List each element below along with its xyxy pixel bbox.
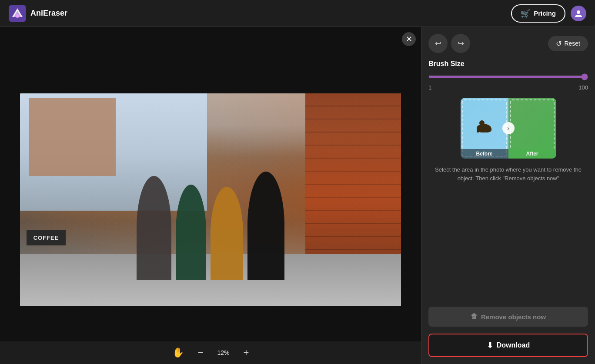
svg-point-4 bbox=[577, 10, 580, 14]
remove-icon: 🗑 bbox=[471, 313, 478, 321]
people-group bbox=[137, 172, 284, 280]
brush-section: Brush Size 1 100 bbox=[428, 60, 588, 91]
brush-min-label: 1 bbox=[428, 84, 431, 91]
reset-label: Reset bbox=[564, 40, 580, 47]
bird-container bbox=[478, 124, 491, 132]
undo-icon: ↩ bbox=[435, 39, 441, 48]
preview-arrow: › bbox=[502, 122, 515, 134]
preview-labels: Before After bbox=[461, 149, 556, 159]
slider-wrapper bbox=[428, 72, 588, 80]
reset-icon: ↺ bbox=[556, 40, 562, 48]
spacer bbox=[428, 189, 588, 300]
redo-icon: ↪ bbox=[458, 39, 464, 48]
right-panel: ↩ ↪ ↺ Reset Brush Size 1 100 bbox=[421, 27, 595, 364]
redo-button[interactable]: ↪ bbox=[451, 34, 470, 53]
main-content: ✕ COFFEE bbox=[0, 27, 595, 364]
hand-icon: ✋ bbox=[172, 347, 184, 358]
brush-size-title: Brush Size bbox=[428, 60, 588, 68]
bird-head bbox=[479, 120, 485, 126]
bird-body bbox=[478, 124, 491, 132]
zoom-level: 12% bbox=[215, 349, 232, 356]
zoom-out-button[interactable]: − bbox=[195, 344, 206, 361]
header: AniEraser 🛒 Pricing bbox=[0, 0, 595, 27]
person-3 bbox=[211, 187, 243, 280]
logo-area: AniEraser bbox=[9, 5, 67, 22]
action-row: ↩ ↪ ↺ Reset bbox=[428, 34, 588, 53]
image-container: COFFEE bbox=[20, 93, 401, 306]
pricing-button[interactable]: 🛒 Pricing bbox=[511, 4, 565, 23]
remove-objects-button[interactable]: 🗑 Remove objects now bbox=[428, 307, 588, 327]
person-1 bbox=[137, 176, 171, 280]
app-name: AniEraser bbox=[30, 9, 67, 18]
canvas-area[interactable]: ✕ COFFEE bbox=[0, 27, 421, 364]
slider-labels: 1 100 bbox=[428, 84, 588, 91]
zoom-in-button[interactable]: + bbox=[241, 344, 252, 361]
dashed-border-after bbox=[510, 99, 555, 157]
user-icon bbox=[574, 9, 583, 18]
hand-tool-button[interactable]: ✋ bbox=[170, 344, 187, 361]
svg-point-3 bbox=[16, 14, 19, 18]
download-label: Download bbox=[497, 341, 530, 349]
cart-icon: 🛒 bbox=[521, 9, 530, 18]
coffee-sign: COFFEE bbox=[27, 230, 66, 245]
before-label: Before bbox=[461, 149, 508, 159]
brush-max-label: 100 bbox=[578, 84, 588, 91]
close-icon: ✕ bbox=[406, 34, 412, 44]
download-button[interactable]: ⬇ Download bbox=[428, 334, 588, 357]
building bbox=[29, 98, 116, 176]
person-4 bbox=[247, 172, 284, 280]
bird-leg bbox=[477, 126, 479, 132]
preview-card: › Before After bbox=[461, 98, 556, 159]
main-image[interactable]: COFFEE bbox=[20, 93, 401, 306]
after-label: After bbox=[508, 149, 556, 159]
bottom-toolbar: ✋ − 12% + bbox=[0, 341, 421, 364]
pricing-label: Pricing bbox=[534, 10, 556, 17]
brush-size-slider[interactable] bbox=[428, 76, 588, 78]
instructions-text: Select the area in the photo where you w… bbox=[428, 165, 588, 182]
remove-btn-label: Remove objects now bbox=[481, 313, 546, 321]
minus-icon: − bbox=[198, 347, 204, 358]
preview-wrapper: › Before After bbox=[428, 98, 588, 159]
download-icon: ⬇ bbox=[487, 341, 493, 350]
user-avatar[interactable] bbox=[571, 6, 586, 21]
undo-button[interactable]: ↩ bbox=[428, 34, 448, 53]
close-button[interactable]: ✕ bbox=[402, 32, 416, 46]
header-right: 🛒 Pricing bbox=[511, 4, 586, 23]
plus-icon: + bbox=[244, 347, 249, 358]
person-2 bbox=[176, 185, 206, 280]
app-logo bbox=[9, 5, 26, 22]
reset-button[interactable]: ↺ Reset bbox=[548, 36, 588, 51]
